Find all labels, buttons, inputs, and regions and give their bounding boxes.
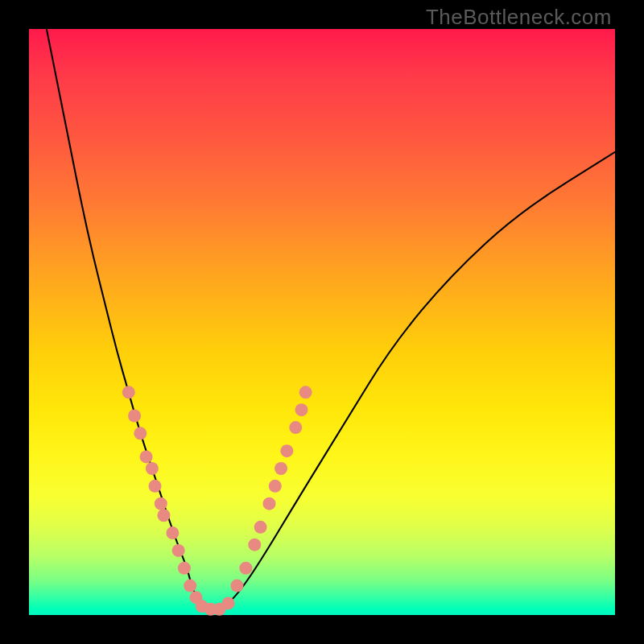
- data-point-marker: [230, 580, 243, 592]
- data-point-marker: [166, 526, 179, 539]
- data-point-marker: [146, 462, 159, 475]
- data-point-marker: [262, 497, 275, 510]
- data-point-marker: [275, 462, 287, 475]
- attribution-label: TheBottleneck.com: [426, 5, 612, 30]
- chart-overlay: [29, 29, 615, 615]
- data-point-marker: [134, 427, 147, 440]
- bottleneck-curve: [47, 29, 615, 609]
- data-point-marker: [122, 386, 135, 398]
- data-point-marker: [280, 444, 293, 457]
- data-point-marker: [149, 480, 162, 493]
- data-point-marker: [172, 544, 185, 557]
- plot-area: [29, 29, 615, 615]
- data-point-marker: [248, 539, 261, 551]
- data-point-marker: [295, 403, 308, 416]
- data-point-marker: [299, 386, 312, 398]
- data-point-marker: [140, 450, 153, 463]
- marker-group: [122, 386, 312, 615]
- data-point-marker: [157, 509, 170, 522]
- data-point-marker: [178, 562, 191, 575]
- data-point-marker: [239, 562, 252, 575]
- data-point-marker: [254, 521, 267, 534]
- data-point-marker: [269, 480, 282, 493]
- data-point-marker: [128, 409, 141, 422]
- data-point-marker: [155, 497, 167, 510]
- data-point-marker: [184, 580, 196, 592]
- data-point-marker: [222, 597, 235, 609]
- chart-canvas: TheBottleneck.com: [0, 0, 644, 644]
- data-point-marker: [289, 421, 302, 434]
